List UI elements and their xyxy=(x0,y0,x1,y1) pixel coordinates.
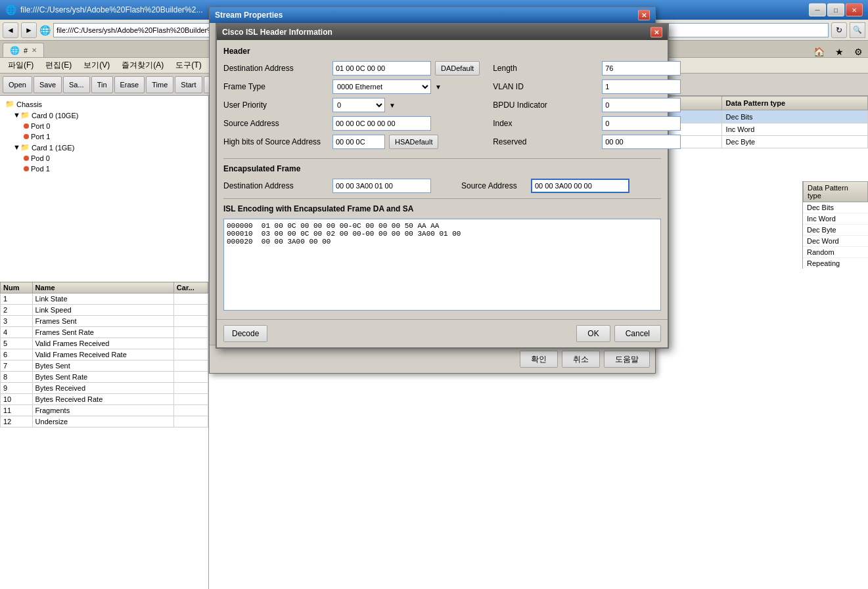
stats-row[interactable]: 12 Undersize xyxy=(1,416,208,427)
stats-row[interactable]: 3 Frames Sent xyxy=(1,316,208,327)
start-button[interactable]: Start xyxy=(175,76,202,93)
close-button[interactable]: ✕ xyxy=(846,3,863,16)
hsa-default-button[interactable]: HSADefault xyxy=(389,135,438,149)
encap-row: Destination Address Source Address xyxy=(223,179,661,193)
port-dot-icon xyxy=(24,123,29,129)
erase-button[interactable]: Erase xyxy=(114,76,145,93)
stats-row[interactable]: 8 Bytes Sent Rate xyxy=(1,372,208,383)
header-left-col: Destination Address DADefault Frame Type… xyxy=(223,61,480,153)
tree-card1[interactable]: ▼📁 Card 1 (1GE) xyxy=(3,142,206,153)
title-bar-controls[interactable]: ─ □ ✕ xyxy=(809,3,863,16)
dest-address-label: Destination Address xyxy=(223,64,329,73)
vlan-id-row: VLAN ID xyxy=(493,79,661,94)
tree-card0[interactable]: ▼📁 Card 0 (10GE) xyxy=(3,110,206,121)
frame-type-select[interactable]: 0000 Ethernet 0001 Token Ring 0010 FDDI xyxy=(332,79,431,94)
tab-label: # xyxy=(24,47,28,55)
save-button[interactable]: Save xyxy=(34,76,62,93)
stats-cell-car xyxy=(173,372,208,383)
isl-dialog[interactable]: Cisco ISL Header Information ✕ Header De… xyxy=(216,23,669,349)
bpdu-input[interactable] xyxy=(602,98,681,112)
encoding-label: ISL Encoding with Encapsulated Frame DA … xyxy=(223,204,661,213)
stats-panel: Num Name Car... 1 Link State 2 Link Spee… xyxy=(0,282,208,427)
tree-port0[interactable]: Port 0 xyxy=(3,121,206,131)
tree-card1-label: Card 1 (1GE) xyxy=(32,144,74,152)
high-bits-row: High bits of Source Address HSADefault xyxy=(223,135,480,149)
index-row: Index xyxy=(493,116,661,131)
sa-button[interactable]: Sa... xyxy=(63,76,90,93)
cancel-button[interactable]: Cancel xyxy=(614,325,661,342)
high-bits-input[interactable] xyxy=(332,135,385,149)
tree-pod1[interactable]: Pod 1 xyxy=(3,164,206,174)
stats-row[interactable]: 1 Link State xyxy=(1,294,208,305)
list-item[interactable]: Repeating xyxy=(803,258,868,269)
tree-port0-label: Port 0 xyxy=(31,122,50,130)
stream-help-button[interactable]: 도움말 xyxy=(604,351,650,368)
gear-icon[interactable]: ⚙ xyxy=(854,47,863,57)
stream-confirm-button[interactable]: 확인 xyxy=(520,351,558,368)
dest-address-input[interactable] xyxy=(332,61,431,76)
menu-tools[interactable]: 도구(T) xyxy=(170,58,206,72)
stats-table: Num Name Car... 1 Link State 2 Link Spee… xyxy=(0,282,208,427)
encap-src-input[interactable] xyxy=(531,179,629,193)
maximize-button[interactable]: □ xyxy=(827,3,844,16)
stats-row[interactable]: 7 Bytes Sent xyxy=(1,360,208,372)
refresh-button[interactable]: ↻ xyxy=(831,22,847,38)
length-input[interactable] xyxy=(602,61,681,76)
ok-button[interactable]: OK xyxy=(576,325,610,342)
title-bar-text: file:///C:/Users/ysh/Adobe%20Flash%20Bui… xyxy=(20,5,202,14)
tree-port1[interactable]: Port 1 xyxy=(3,131,206,142)
stats-row[interactable]: 6 Valid Frames Received Rate xyxy=(1,349,208,360)
source-address-row: Source Address xyxy=(223,116,480,131)
stats-row[interactable]: 10 Bytes Received Rate xyxy=(1,394,208,405)
list-item[interactable]: Dec Word xyxy=(803,236,868,247)
stats-row[interactable]: 4 Frames Sent Rate xyxy=(1,327,208,338)
list-item[interactable]: Dec Byte xyxy=(803,225,868,236)
isl-dialog-close[interactable]: ✕ xyxy=(651,27,662,37)
open-button[interactable]: Open xyxy=(3,76,32,93)
forward-button[interactable]: ► xyxy=(21,22,37,38)
stats-cell-name: Bytes Sent xyxy=(32,360,173,372)
decode-button[interactable]: Decode xyxy=(223,325,267,342)
browser-tab[interactable]: 🌐 # ✕ xyxy=(3,43,44,57)
tab-close-button[interactable]: ✕ xyxy=(32,47,37,54)
search-button[interactable]: 🔍 xyxy=(850,22,865,38)
stream-properties-title: Stream Properties ✕ xyxy=(210,7,655,23)
encoding-textarea[interactable]: 000000 01 00 0C 00 00 00 00-0C 00 00 00 … xyxy=(223,219,661,311)
menu-file[interactable]: 파일(F) xyxy=(3,58,39,72)
stats-cell-name: Frames Sent xyxy=(32,316,173,327)
minimize-button[interactable]: ─ xyxy=(809,3,826,16)
stats-cell-num: 12 xyxy=(1,416,33,427)
vlan-id-input[interactable] xyxy=(602,79,681,94)
user-priority-dropdown-icon[interactable]: ▼ xyxy=(389,102,396,109)
tree-pod0-label: Pod 0 xyxy=(31,154,50,162)
list-item[interactable]: Random xyxy=(803,247,868,258)
time-button[interactable]: Time xyxy=(146,76,173,93)
home-browser-icon[interactable]: 🏠 xyxy=(813,47,825,57)
stats-row[interactable]: 5 Valid Frames Received xyxy=(1,338,208,349)
stats-row[interactable]: 11 Fragments xyxy=(1,405,208,416)
menu-edit[interactable]: 편집(E) xyxy=(40,58,77,72)
stream-properties-close[interactable]: ✕ xyxy=(638,10,650,20)
source-address-input[interactable] xyxy=(332,116,431,131)
tin-button[interactable]: Tin xyxy=(91,76,113,93)
stats-row[interactable]: 9 Bytes Received xyxy=(1,383,208,394)
tree-pod0[interactable]: Pod 0 xyxy=(3,153,206,164)
list-item[interactable]: Dec Bits xyxy=(803,202,868,213)
stream-cancel-button[interactable]: 취소 xyxy=(562,351,600,368)
encap-src-label: Source Address xyxy=(461,181,527,190)
stats-cell-car xyxy=(173,405,208,416)
frame-type-dropdown-icon[interactable]: ▼ xyxy=(435,83,442,91)
index-input[interactable] xyxy=(602,116,681,131)
da-default-button[interactable]: DADefault xyxy=(435,61,480,76)
stats-row[interactable]: 2 Link Speed xyxy=(1,305,208,316)
menu-view[interactable]: 보기(V) xyxy=(78,58,115,72)
title-bar-left: 🌐 file:///C:/Users/ysh/Adobe%20Flash%20B… xyxy=(5,5,202,15)
menu-favorites[interactable]: 즐겨찾기(A) xyxy=(116,58,169,72)
user-priority-select[interactable]: 0 1 xyxy=(332,98,385,112)
list-item[interactable]: Inc Word xyxy=(803,213,868,225)
back-button[interactable]: ◄ xyxy=(3,22,18,38)
star-icon[interactable]: ★ xyxy=(835,47,844,57)
encap-dest-input[interactable] xyxy=(332,179,431,193)
tree-chassis[interactable]: 📁 Chassis xyxy=(3,98,206,110)
reserved-input[interactable] xyxy=(602,135,681,149)
